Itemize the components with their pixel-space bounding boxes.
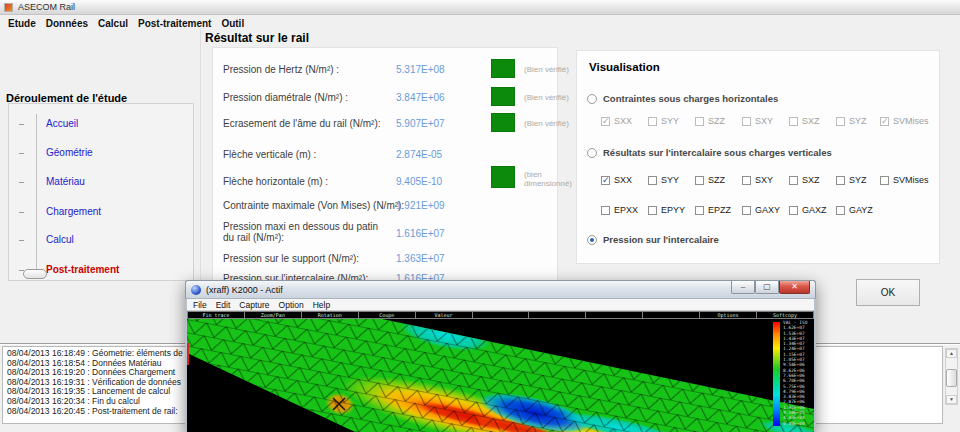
sidebar-item-post-traitement[interactable]: Post-traitement — [46, 264, 119, 275]
toolbar-valeur[interactable]: Valeur — [416, 311, 473, 319]
checkbox-i-svmises[interactable]: SVMises — [880, 175, 929, 185]
status-text: (Bien vérifié) — [524, 93, 580, 102]
checkbox-h-syz[interactable]: SYZ — [836, 116, 867, 126]
checkbox-label: SZZ — [708, 175, 725, 185]
sidebar-panel: Accueil Géométrie Matériau Chargement Ca… — [8, 103, 194, 281]
checkbox-h-sxy[interactable]: SXY — [742, 116, 773, 126]
visualisation-title: Visualisation — [589, 61, 660, 73]
checkbox-label: GAYZ — [849, 205, 873, 215]
checkbox-box — [601, 206, 610, 215]
radio-resultats-intercalaire[interactable]: Résultats sur l'intercalaire sous charge… — [587, 147, 832, 158]
checkbox-box — [648, 117, 657, 126]
toolbar-empty[interactable] — [529, 311, 586, 319]
app-icon — [4, 3, 13, 12]
status-indicator-green — [491, 113, 515, 132]
k2000-menu-help[interactable]: Help — [313, 300, 330, 310]
result-value: 5.317E+08 — [396, 64, 445, 75]
checkbox-h-syy[interactable]: SYY — [648, 116, 679, 126]
checkbox-i-sxz[interactable]: SXZ — [789, 175, 820, 185]
toolbar-coupe[interactable]: Coupe — [359, 311, 416, 319]
checkbox-box — [742, 176, 751, 185]
toolbar-empty[interactable] — [586, 311, 643, 319]
radio-pression-intercalaire[interactable]: Pression sur l'intercalaire — [587, 234, 719, 245]
checkbox-label: SXX — [614, 116, 632, 126]
checkbox-epyy[interactable]: EPYY — [648, 205, 685, 215]
checkbox-i-sxy[interactable]: SXY — [742, 175, 773, 185]
menu-item-outil[interactable]: Outil — [221, 18, 244, 29]
k2000-menu-file[interactable]: File — [193, 300, 207, 310]
progress-slider-handle[interactable] — [23, 269, 47, 279]
checkbox-gaxy[interactable]: GAXY — [742, 205, 780, 215]
result-value: 9.405E-10 — [396, 176, 442, 187]
checkbox-box — [789, 206, 798, 215]
checkbox-h-svmises[interactable]: SVMises — [880, 116, 929, 126]
checkbox-box — [695, 117, 704, 126]
result-value: 3.847E+06 — [396, 92, 445, 103]
k2000-menu-edit[interactable]: Edit — [216, 300, 231, 310]
toolbar-fin-trace[interactable]: Fin trace — [187, 311, 245, 319]
step-marker — [19, 153, 24, 154]
result-value: 1.921E+09 — [396, 200, 445, 211]
checkbox-label: SVMises — [893, 175, 929, 185]
k2000-title: (xraff) K2000 - Actif — [206, 285, 283, 295]
checkbox-i-syy[interactable]: SYY — [648, 175, 679, 185]
k2000-menu-capture[interactable]: Capture — [239, 300, 269, 310]
radio-circle — [587, 148, 597, 158]
k2000-menu-option[interactable]: Option — [279, 300, 304, 310]
app-title: ASECOM Rail — [18, 2, 75, 12]
checkbox-i-szz[interactable]: SZZ — [695, 175, 725, 185]
status-text: (bien dimensionné) — [524, 170, 580, 188]
checkbox-gayz[interactable]: GAYZ — [836, 205, 873, 215]
checkbox-box — [742, 206, 751, 215]
k2000-app-icon — [191, 285, 201, 295]
menu-item-post-traitement[interactable]: Post-traitement — [138, 18, 211, 29]
checkbox-i-sxx[interactable]: SXX — [601, 175, 632, 185]
checkbox-box — [789, 117, 798, 126]
checkbox-i-syz[interactable]: SYZ — [836, 175, 867, 185]
menu-item-donnees[interactable]: Données — [46, 18, 88, 29]
result-value: 2.874E-05 — [396, 149, 442, 160]
checkbox-h-sxx[interactable]: SXX — [601, 116, 632, 126]
close-button[interactable]: ✕ — [779, 281, 810, 294]
scroll-up-button[interactable]: ▲ — [946, 349, 957, 358]
sidebar-item-accueil[interactable]: Accueil — [46, 118, 78, 129]
sidebar-item-materiau[interactable]: Matériau — [46, 176, 85, 187]
menu-item-calcul[interactable]: Calcul — [98, 18, 128, 29]
status-text: (Bien vérifié) — [524, 119, 580, 128]
checkbox-h-szz[interactable]: SZZ — [695, 116, 725, 126]
toolbar-empty[interactable] — [643, 311, 700, 319]
k2000-viewport[interactable]: VAL - ISO 1.62E+07 1.53E+07 1.43E+07 1.3… — [187, 319, 814, 432]
checkbox-box — [648, 176, 657, 185]
checkbox-label: SYZ — [849, 116, 867, 126]
toolbar-empty[interactable] — [473, 311, 530, 319]
checkbox-gaxz[interactable]: GAXZ — [789, 205, 827, 215]
ok-button[interactable]: OK — [856, 279, 920, 306]
result-label: Flèche verticale (m) : — [223, 149, 391, 160]
sidebar-item-geometrie[interactable]: Géométrie — [46, 147, 93, 158]
checkbox-epxx[interactable]: EPXX — [601, 205, 638, 215]
maximize-button[interactable]: ▢ — [755, 281, 779, 294]
sidebar-item-calcul[interactable]: Calcul — [46, 234, 74, 245]
scroll-down-button[interactable]: ▼ — [946, 395, 957, 404]
checkbox-label: EPXX — [614, 205, 638, 215]
status-indicator-green — [491, 87, 515, 106]
minimize-button[interactable]: – — [731, 281, 755, 294]
checkbox-box — [648, 206, 657, 215]
checkbox-box — [601, 176, 610, 185]
checkbox-label: SZZ — [708, 116, 725, 126]
checkbox-epzz[interactable]: EPZZ — [695, 205, 731, 215]
k2000-titlebar[interactable]: (xraff) K2000 - Actif – ▢ ✕ — [185, 280, 816, 299]
checkbox-label: EPYY — [661, 205, 685, 215]
toolbar-zoom-pan[interactable]: Zoom/Pan — [245, 311, 302, 319]
checkbox-h-sxz[interactable]: SXZ — [789, 116, 820, 126]
menu-item-etude[interactable]: Etude — [8, 18, 36, 29]
toolbar-softcopy[interactable]: Softcopy — [757, 311, 814, 319]
color-scale-values: VAL - ISO 1.62E+07 1.53E+07 1.43E+07 1.3… — [783, 320, 814, 426]
sidebar-item-chargement[interactable]: Chargement — [46, 206, 101, 217]
radio-contraintes-horizontales[interactable]: Contraintes sous charges horizontales — [587, 93, 778, 104]
scroll-thumb[interactable] — [946, 369, 957, 387]
toolbar-options[interactable]: Options — [700, 311, 757, 319]
toolbar-rotation[interactable]: Rotation — [302, 311, 359, 319]
log-scrollbar[interactable]: ▲ ▼ — [945, 348, 958, 405]
status-text: (Bien vérifié) — [524, 65, 580, 74]
